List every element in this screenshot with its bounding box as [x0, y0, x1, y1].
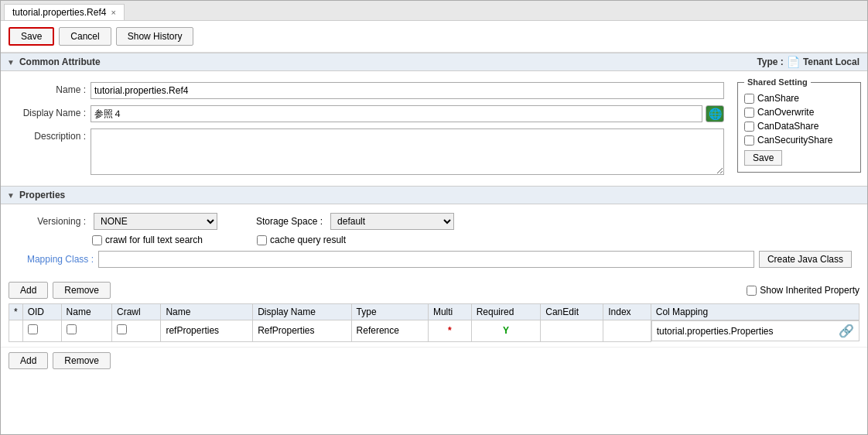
col-display-name: Display Name — [253, 304, 351, 320]
can-data-share-row: CanDataShare — [744, 119, 854, 133]
toolbar: Save Cancel Show History — [1, 21, 867, 53]
col-required: Required — [471, 304, 541, 320]
oid-checkbox[interactable] — [28, 324, 38, 334]
tab-bar: tutorial.properties.Ref4 × — [1, 1, 867, 21]
table-toolbar-left: Add Remove — [9, 282, 111, 299]
cache-checkbox[interactable] — [257, 235, 267, 245]
can-overwrite-row: CanOverwrite — [744, 105, 854, 119]
display-name-input[interactable] — [91, 105, 702, 122]
name-label: Name : — [9, 82, 86, 95]
col-multi: Multi — [428, 304, 471, 320]
cache-label-wrap: cache query result — [257, 235, 346, 245]
versioning-label: Versioning : — [9, 216, 86, 227]
cell-star — [9, 320, 23, 342]
display-name-input-group: 🌐 — [91, 105, 724, 122]
properties-chevron-icon: ▼ — [7, 191, 15, 200]
col-name-check: Name — [61, 304, 111, 320]
remove-button-top[interactable]: Remove — [53, 282, 111, 299]
can-data-share-checkbox[interactable] — [744, 122, 754, 132]
common-attribute-label: Common Attribute — [19, 57, 101, 67]
cell-can-edit — [541, 320, 603, 342]
create-java-class-button[interactable]: Create Java Class — [759, 251, 852, 268]
can-share-row: CanShare — [744, 91, 854, 105]
col-can-edit: CanEdit — [541, 304, 603, 320]
cell-name: refProperties — [161, 320, 253, 342]
show-inherited-label: Show Inherited Property — [760, 285, 859, 296]
tab-close-icon[interactable]: × — [111, 8, 115, 17]
tab-label: tutorial.properties.Ref4 — [12, 7, 106, 18]
col-type: Type — [351, 304, 428, 320]
cell-oid — [22, 320, 61, 342]
tab-tutorial-ref4[interactable]: tutorial.properties.Ref4 × — [4, 4, 125, 20]
common-attribute-section: ▼ Common Attribute Type : 📄 Tenant Local… — [1, 53, 867, 186]
main-window: tutorial.properties.Ref4 × Save Cancel S… — [0, 0, 868, 435]
can-share-checkbox[interactable] — [744, 94, 754, 104]
versioning-storage-row: Versioning : NONE SIMPLE BRANCH Storage … — [9, 211, 859, 232]
description-row: Description : — [1, 125, 732, 178]
cell-type: Reference — [351, 320, 428, 342]
globe-button[interactable]: 🌐 — [706, 105, 724, 122]
display-name-row: Display Name : 🌐 — [1, 102, 732, 125]
crawl-cache-row: crawl for full text search cache query r… — [92, 232, 859, 248]
cell-required: Y — [471, 320, 541, 342]
cell-index — [603, 320, 651, 342]
can-overwrite-label: CanOverwrite — [757, 107, 814, 118]
crawl-label: crawl for full text search — [105, 235, 203, 245]
cell-name-check — [61, 320, 111, 342]
storage-space-label: Storage Space : — [256, 216, 323, 227]
can-security-share-row: CanSecurityShare — [744, 133, 854, 147]
properties-body: Versioning : NONE SIMPLE BRANCH Storage … — [1, 204, 867, 277]
can-security-share-label: CanSecurityShare — [757, 135, 832, 146]
link-icon[interactable]: 🔗 — [839, 324, 854, 338]
mapping-class-label: Mapping Class : — [16, 254, 94, 265]
table-row: refProperties RefProperties Reference * … — [9, 320, 859, 342]
name-input[interactable] — [91, 82, 724, 99]
crawl-row-checkbox[interactable] — [117, 324, 127, 334]
col-index: Index — [603, 304, 651, 320]
shared-save-button[interactable]: Save — [744, 150, 782, 166]
can-overwrite-checkbox[interactable] — [744, 108, 754, 118]
versioning-select[interactable]: NONE SIMPLE BRANCH — [94, 213, 217, 230]
chevron-icon: ▼ — [7, 58, 15, 67]
table-toolbar-bottom: Add Remove — [1, 347, 867, 374]
add-button-top[interactable]: Add — [9, 282, 48, 299]
properties-table: * OID Name Crawl Name Display Name Type … — [9, 303, 859, 342]
mapping-class-row: Mapping Class : Create Java Class — [9, 248, 859, 271]
properties-header: ▼ Properties — [1, 186, 867, 204]
section-body: Name : Display Name : 🌐 Description : — [1, 71, 732, 186]
col-mapping: Col Mapping — [651, 304, 859, 320]
col-mapping-value: tutorial.properties.Properties — [657, 326, 774, 337]
table-toolbar-top: Add Remove Show Inherited Property — [1, 277, 867, 303]
type-area: Type : 📄 Tenant Local — [757, 56, 859, 68]
display-name-label: Display Name : — [9, 105, 86, 118]
mapping-class-input[interactable] — [98, 251, 754, 268]
table-header-row: * OID Name Crawl Name Display Name Type … — [9, 304, 859, 320]
description-label: Description : — [9, 128, 86, 142]
crawl-label-wrap: crawl for full text search — [92, 235, 203, 245]
storage-space-select[interactable]: default — [330, 213, 454, 230]
description-input[interactable] — [91, 128, 724, 175]
add-button-bottom[interactable]: Add — [9, 352, 48, 369]
properties-label: Properties — [19, 190, 65, 200]
shared-setting-box: Shared Setting CanShare CanOverwrite Can… — [737, 77, 861, 173]
common-attribute-body: Name : Display Name : 🌐 Description : — [1, 71, 867, 186]
cache-label: cache query result — [270, 235, 346, 245]
type-value: Tenant Local — [803, 57, 859, 67]
remove-button-bottom[interactable]: Remove — [53, 352, 111, 369]
show-inherited-checkbox[interactable] — [747, 286, 757, 296]
name-check-checkbox[interactable] — [67, 324, 77, 334]
col-star: * — [9, 304, 23, 320]
crawl-checkbox[interactable] — [92, 235, 102, 245]
cell-col-mapping: tutorial.properties.Properties 🔗 — [651, 320, 859, 341]
show-history-button[interactable]: Show History — [116, 27, 194, 46]
save-button[interactable]: Save — [9, 27, 54, 46]
properties-section: ▼ Properties Versioning : NONE SIMPLE BR… — [1, 186, 867, 374]
col-name: Name — [161, 304, 253, 320]
shared-setting-legend: Shared Setting — [744, 77, 811, 87]
common-attribute-main: Name : Display Name : 🌐 Description : — [1, 71, 732, 186]
type-label: Type : — [757, 57, 783, 67]
page-icon: 📄 — [787, 56, 800, 68]
can-share-label: CanShare — [757, 93, 799, 104]
cancel-button[interactable]: Cancel — [59, 27, 111, 46]
can-security-share-checkbox[interactable] — [744, 135, 754, 146]
